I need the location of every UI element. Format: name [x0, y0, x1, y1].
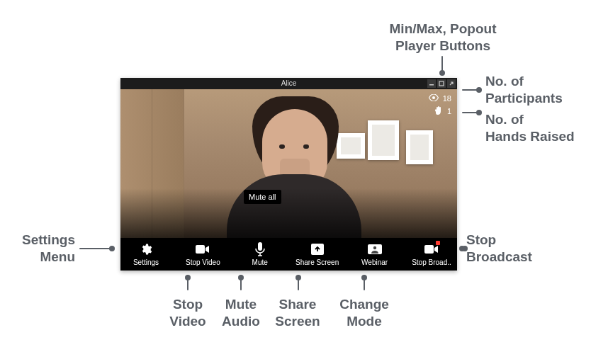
video-feed: 18 1 Mute all: [120, 89, 457, 238]
annotation-participants: No. of Participants: [485, 73, 563, 107]
svg-rect-1: [439, 81, 444, 86]
tool-label: Stop Video: [186, 258, 220, 266]
share-screen-button[interactable]: Share Screen: [295, 242, 339, 266]
share-icon: [310, 242, 325, 256]
stop-broadcast-button[interactable]: Stop Broad..: [410, 242, 453, 266]
recording-indicator: [436, 241, 440, 245]
tool-label: Share Screen: [295, 258, 339, 266]
background-picture: [337, 133, 365, 159]
annotation-minmax: Min/Max, Popout Player Buttons: [351, 21, 535, 55]
popout-button[interactable]: [447, 79, 456, 88]
tool-label: Stop Broad..: [412, 258, 451, 266]
microphone-icon: [253, 242, 267, 256]
video-player-window: Alice 18: [120, 78, 457, 271]
annotation-settings: Settings Menu: [14, 232, 75, 266]
stop-video-button[interactable]: Stop Video: [181, 242, 224, 266]
svg-rect-0: [429, 84, 434, 86]
mute-all-tooltip: Mute all: [244, 190, 281, 204]
camera-icon: [196, 242, 210, 256]
hand-icon: [434, 106, 443, 117]
live-stats: 18 1: [429, 92, 451, 118]
annotation-hands: No. of Hands Raised: [485, 111, 575, 145]
viewer-count: 18: [429, 92, 451, 105]
svg-point-7: [373, 246, 376, 249]
tool-label: Webinar: [361, 258, 388, 266]
presenter-name: Alice: [281, 79, 297, 87]
minimize-button[interactable]: [427, 79, 436, 88]
webinar-mode-button[interactable]: Webinar: [354, 242, 396, 266]
settings-button[interactable]: Settings: [125, 242, 167, 266]
eye-icon: [429, 94, 439, 103]
maximize-button[interactable]: [437, 79, 446, 88]
background-picture: [368, 120, 399, 160]
annotation-stopvideo: Stop Video: [163, 296, 213, 330]
svg-rect-3: [196, 245, 205, 254]
annotation-changemode: Change Mode: [336, 296, 393, 330]
tool-label: Settings: [133, 258, 159, 266]
background-wardrobe: [120, 89, 184, 238]
broadcast-icon: [424, 242, 439, 256]
annotation-sharescreen: Share Screen: [273, 296, 322, 330]
mute-button[interactable]: Mute: [239, 242, 281, 266]
tool-label: Mute: [252, 258, 268, 266]
svg-rect-4: [258, 242, 262, 251]
hands-raised-count: 1: [429, 105, 451, 118]
annotation-stopbroadcast: Stop Broadcast: [466, 232, 532, 266]
annotation-muteaudio: Mute Audio: [216, 296, 266, 330]
svg-point-2: [432, 96, 435, 99]
background-picture: [406, 130, 433, 164]
window-controls: [427, 79, 456, 88]
player-toolbar: Settings Stop Video Mute Share Screen We…: [120, 238, 457, 271]
svg-rect-8: [424, 245, 434, 254]
webinar-icon: [368, 242, 382, 256]
gear-icon: [139, 242, 153, 256]
player-titlebar: Alice: [120, 78, 457, 89]
